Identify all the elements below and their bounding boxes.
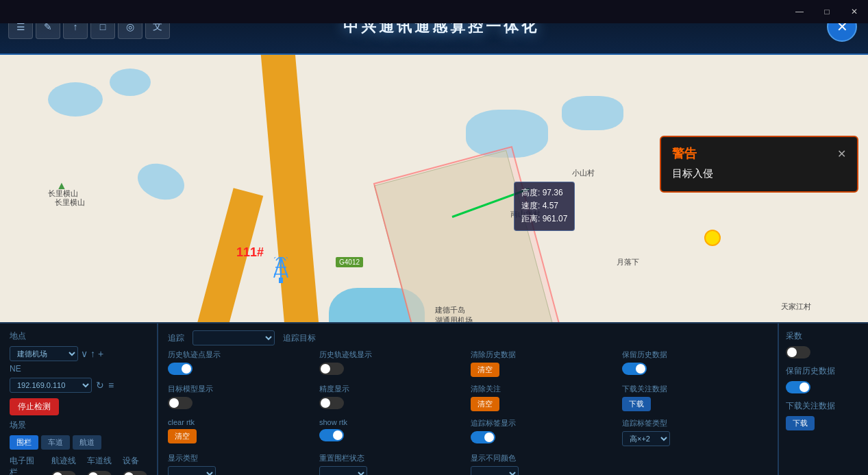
map-container: 长里横山 长里横山 建德千岛湖通用机场 小山村 月落下 界天家庭农场 杭空飞行俱… [0, 55, 868, 322]
map-label-xiaoshancun: 小山村 [572, 168, 595, 178]
track-model-display-toggle[interactable] [168, 397, 193, 409]
track-history-lines-controls [319, 363, 465, 375]
svg-rect-5 [279, 278, 283, 283]
scene-btn-channel[interactable]: 航道 [73, 435, 101, 450]
water-body-1 [48, 82, 103, 117]
flightpath-toggle[interactable] [51, 471, 76, 475]
location-label: 地点 [10, 330, 147, 342]
track-accuracy-toggle[interactable] [319, 397, 344, 409]
track-accuracy-label: 精度显示 [319, 384, 465, 394]
location-icon-up[interactable]: ↑ [90, 348, 95, 359]
track-history-points-toggle[interactable] [168, 363, 193, 375]
track-model-display-label: 目标模型显示 [168, 384, 314, 394]
track-diff-colors-controls [471, 466, 617, 475]
display-type-select[interactable] [168, 466, 216, 475]
scene-btn-fence[interactable]: 围栏 [10, 435, 38, 450]
laneline-label: 车道线 [87, 455, 112, 467]
track-history-lines-toggle[interactable] [319, 363, 344, 375]
location-icon-down[interactable]: ∨ [81, 348, 88, 359]
track-reset-fence-label: 重置围栏状态 [319, 453, 465, 463]
ip-select[interactable]: 192.169.0.110 [10, 378, 92, 393]
scene-btn-lane[interactable]: 车道 [41, 435, 70, 450]
ip-row: 192.169.0.110 ↻ ≡ [10, 378, 147, 393]
track-keep-history-controls [622, 363, 768, 375]
fence-toggle-label: 电子围栏 [10, 455, 40, 475]
target-label-111: 111# [236, 245, 264, 260]
track-item-display-type: 显示类型 [168, 453, 314, 475]
sampling-toggle[interactable] [786, 346, 810, 358]
clear-rtk-button[interactable]: 清空 [168, 429, 197, 443]
stop-detection-button[interactable]: 停止检测 [10, 398, 59, 415]
sampling-keep-toggle[interactable] [786, 381, 810, 393]
track-download-focus-label: 下载关注数据 [622, 384, 768, 394]
clear-history-button[interactable]: 清空 [471, 363, 499, 377]
location-section: 地点 建德机场 ∨ ↑ + NE 192.169.0.110 ↻ ≡ 停止检测 … [0, 324, 158, 475]
sampling-download-button[interactable]: 下载 [786, 416, 815, 430]
laneline-toggle[interactable] [87, 471, 112, 475]
track-reset-fence-controls [319, 466, 465, 475]
minimize-button[interactable]: — [786, 0, 813, 23]
clear-focus-button[interactable]: 清空 [471, 397, 499, 411]
map-label-yuexiaxia: 月落下 [617, 257, 639, 267]
sampling-label: 采数 [786, 330, 861, 342]
alert-box: 警告 ✕ 目标入侵 [660, 136, 858, 193]
tower-icon [271, 257, 291, 289]
track-display-type-label: 显示类型 [168, 453, 314, 463]
flightpath-toggle-group: 航迹线 [51, 455, 76, 475]
track-tag-type-controls: 高×+2 [622, 431, 768, 446]
tracking-label: 追踪 [168, 332, 184, 344]
track-model-display-controls [168, 397, 314, 409]
scene-label: 场景 [10, 419, 147, 431]
tracking-target-select[interactable] [193, 330, 275, 345]
track-history-points-label: 历史轨迹点显示 [168, 350, 314, 360]
close-button[interactable]: ✕ [841, 0, 868, 23]
track-clear-focus-label: 清除关注 [471, 384, 617, 394]
track-item-show-rtk: show rtk [319, 418, 465, 446]
track-show-rtk-controls [319, 429, 465, 441]
track-diff-colors-label: 显示不同颜色 [471, 453, 617, 463]
tooltip-distance: 距离: 961.07 [521, 212, 567, 226]
track-tag-type-label: 追踪标签类型 [622, 418, 768, 428]
download-focus-button[interactable]: 下载 [622, 397, 651, 411]
water-body-4 [562, 96, 623, 130]
location-select[interactable]: 建德机场 [10, 346, 78, 361]
map-label-airport: 建德千岛湖通用机场 [435, 305, 473, 322]
sampling-download-label: 下载关注数据 下载 [786, 400, 861, 430]
tag-type-select[interactable]: 高×+2 [622, 431, 670, 446]
alert-message: 目标入侵 [672, 167, 846, 180]
track-item-diff-colors: 显示不同颜色 [471, 453, 617, 475]
track-accuracy-controls [319, 397, 465, 409]
track-tag-display-toggle[interactable] [471, 431, 495, 443]
device-toggle-group: 设备 [123, 455, 147, 475]
laneline-toggle-group: 车道线 [87, 455, 112, 475]
reset-fence-select[interactable] [319, 466, 367, 475]
sampling-toggle-wrapper [786, 346, 861, 358]
device-toggle[interactable] [123, 471, 147, 475]
alert-close-button[interactable]: ✕ [837, 147, 846, 160]
track-show-rtk-toggle[interactable] [319, 429, 344, 441]
bottom-panel: 地点 建德机场 ∨ ↑ + NE 192.169.0.110 ↻ ≡ 停止检测 … [0, 322, 868, 475]
scene-section: 场景 围栏 车道 航道 [10, 419, 147, 450]
map-label-jiangcun: 天家江村 [781, 302, 811, 312]
tooltip-altitude-label: 高度: [521, 188, 540, 197]
track-item-download-focus: 下载关注数据 下载 [622, 384, 768, 411]
ip-refresh-icon[interactable]: ↻ [96, 380, 104, 391]
track-item-clear-rtk: clear rtk 清空 [168, 418, 314, 446]
track-item-keep-history: 保留历史数据 [622, 350, 768, 377]
scene-buttons: 围栏 车道 航道 [10, 435, 147, 450]
diff-colors-select[interactable] [471, 466, 519, 475]
alert-title: 警告 [672, 145, 697, 162]
track-keep-history-toggle[interactable] [622, 363, 647, 375]
track-item-history-points: 历史轨迹点显示 [168, 350, 314, 377]
sampling-keep-label: 保留历史数据 [786, 365, 861, 377]
track-clear-rtk-label: clear rtk [168, 418, 314, 426]
device-label: 设备 [123, 455, 147, 467]
track-download-focus-controls: 下载 [622, 397, 768, 411]
maximize-button[interactable]: □ [813, 0, 841, 23]
target-dot [704, 230, 721, 246]
track-tag-display-controls [471, 431, 617, 443]
location-icon-add[interactable]: + [98, 348, 103, 359]
ip-menu-icon[interactable]: ≡ [108, 380, 114, 391]
track-item-model-display: 目标模型显示 [168, 384, 314, 411]
track-history-lines-label: 历史轨迹线显示 [319, 350, 465, 360]
